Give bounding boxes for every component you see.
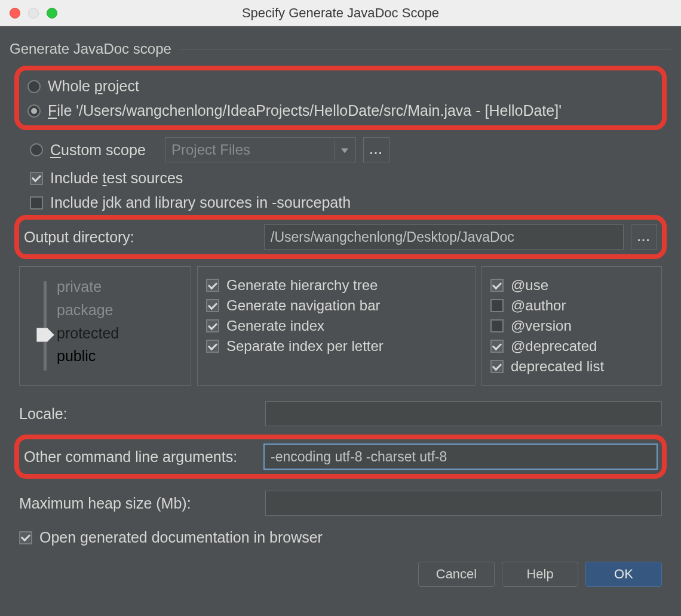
checkbox-include-test[interactable]	[30, 172, 43, 185]
generate-options-panel: Generate hierarchy tree Generate navigat…	[197, 266, 476, 386]
visibility-slider-track[interactable]	[44, 281, 47, 371]
radio-label-custom-scope: Custom scope	[50, 141, 158, 159]
chk-row-author[interactable]: @author	[490, 295, 653, 316]
chk-row-use[interactable]: @use	[490, 275, 653, 295]
chk-row-version[interactable]: @version	[490, 316, 653, 336]
highlight-scope: Whole project File '/Users/wangchenlong/…	[14, 66, 667, 130]
window-controls	[0, 8, 57, 19]
chk-navbar[interactable]	[206, 299, 219, 312]
chk-label-version: @version	[511, 318, 572, 334]
checkbox-label-open-browser: Open generated documentation in browser	[39, 529, 323, 546]
chk-label-navbar: Generate navigation bar	[226, 297, 381, 314]
cancel-button[interactable]: Cancel	[418, 562, 495, 587]
tags-panel: @use @author @version @deprecated deprec…	[481, 266, 662, 386]
chk-row-deprecated[interactable]: @deprecated	[490, 336, 653, 356]
chk-row-sep-index[interactable]: Separate index per letter	[206, 336, 467, 356]
other-args-label: Other command line arguments:	[24, 448, 257, 466]
heap-label: Maximum heap size (Mb):	[19, 495, 258, 512]
svg-marker-0	[36, 328, 54, 342]
group-title: Generate JavaDoc scope	[10, 41, 171, 57]
minimize-icon	[28, 8, 39, 19]
chk-row-deprecated-list[interactable]: deprecated list	[490, 356, 653, 377]
checkbox-include-jdk[interactable]	[30, 196, 43, 210]
locale-input[interactable]	[265, 401, 662, 426]
highlight-other-args: Other command line arguments:	[14, 435, 667, 479]
radio-custom-scope[interactable]	[30, 143, 43, 156]
highlight-outputdir: Output directory: ...	[14, 215, 667, 259]
chk-label-depr-list: deprecated list	[511, 358, 604, 375]
chk-use[interactable]	[490, 279, 504, 292]
chk-deprecated-list[interactable]	[490, 360, 504, 373]
other-args-input[interactable]	[264, 444, 657, 469]
visibility-slider-thumb[interactable]	[36, 328, 54, 342]
radio-label-file: File '/Users/wangchenlong/IdeaProjects/H…	[48, 102, 562, 119]
chk-row-index[interactable]: Generate index	[206, 316, 467, 336]
chk-label-hierarchy: Generate hierarchy tree	[226, 277, 378, 294]
visibility-private[interactable]: private	[57, 275, 182, 298]
chk-label-author: @author	[511, 297, 566, 314]
radio-label-whole-project: Whole project	[48, 78, 139, 95]
chk-label-use: @use	[511, 277, 548, 294]
chk-index[interactable]	[206, 319, 219, 332]
chk-sep-index[interactable]	[206, 340, 219, 353]
checkbox-label-include-jdk: Include jdk and library sources in -sour…	[50, 194, 351, 211]
checkbox-label-include-test: Include test sources	[50, 170, 183, 187]
chk-label-index: Generate index	[226, 318, 324, 334]
visibility-protected[interactable]: protected	[57, 322, 182, 345]
visibility-package[interactable]: package	[57, 298, 182, 322]
chk-label-sep-index: Separate index per letter	[226, 338, 384, 355]
checkbox-row-include-jdk[interactable]: Include jdk and library sources in -sour…	[10, 190, 671, 215]
divider	[180, 49, 671, 50]
radio-whole-project[interactable]	[27, 80, 41, 93]
close-icon[interactable]	[10, 8, 20, 19]
checkbox-row-include-test[interactable]: Include test sources	[10, 166, 671, 190]
titlebar: Specify Generate JavaDoc Scope	[0, 0, 681, 26]
chk-hierarchy[interactable]	[206, 279, 219, 292]
ok-button[interactable]: OK	[585, 562, 662, 587]
browse-outputdir-button[interactable]: ...	[631, 224, 657, 250]
chk-label-deprecated: @deprecated	[511, 338, 597, 355]
chk-row-navbar[interactable]: Generate navigation bar	[206, 295, 467, 316]
checkbox-open-browser[interactable]	[19, 531, 32, 544]
visibility-panel: private package protected public	[19, 266, 191, 386]
window-title: Specify Generate JavaDoc Scope	[0, 5, 681, 21]
chk-author[interactable]	[490, 299, 504, 312]
help-button[interactable]: Help	[502, 562, 578, 587]
heap-input[interactable]	[265, 491, 662, 516]
outputdir-label: Output directory:	[24, 229, 257, 246]
radio-file[interactable]	[27, 104, 41, 118]
group-header: Generate JavaDoc scope	[10, 41, 671, 57]
checkbox-row-open-browser[interactable]: Open generated documentation in browser	[19, 519, 662, 550]
radio-row-whole-project[interactable]: Whole project	[27, 74, 654, 98]
browse-scope-button[interactable]: ...	[363, 137, 389, 162]
locale-label: Locale:	[19, 405, 258, 423]
chk-row-hierarchy[interactable]: Generate hierarchy tree	[206, 275, 467, 295]
radio-row-custom-scope[interactable]: Custom scope Project Files ...	[10, 134, 671, 166]
chk-deprecated[interactable]	[490, 340, 504, 353]
chk-version[interactable]	[490, 319, 504, 332]
outputdir-input[interactable]	[264, 224, 624, 250]
visibility-public[interactable]: public	[57, 344, 182, 368]
radio-row-file[interactable]: File '/Users/wangchenlong/IdeaProjects/H…	[27, 98, 654, 123]
zoom-icon[interactable]	[47, 8, 57, 19]
select-custom-scope[interactable]: Project Files	[165, 137, 356, 162]
